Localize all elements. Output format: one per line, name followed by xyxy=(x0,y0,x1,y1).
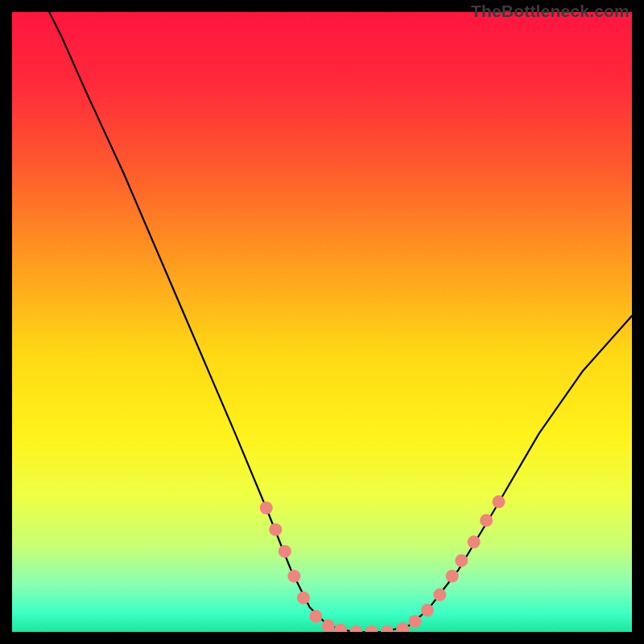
bottleneck-chart xyxy=(12,12,632,632)
highlight-dot xyxy=(492,495,505,508)
highlight-dot xyxy=(309,610,322,623)
highlight-dot xyxy=(297,592,310,605)
highlight-dot xyxy=(433,588,446,601)
highlight-dot xyxy=(409,615,422,628)
highlight-dot xyxy=(287,570,300,583)
highlight-dot xyxy=(421,604,434,617)
highlight-dot xyxy=(455,554,468,567)
gradient-background xyxy=(12,12,632,632)
attribution-label: TheBottleneck.com xyxy=(471,2,630,21)
highlight-dot xyxy=(260,502,273,514)
highlight-dot xyxy=(322,619,335,632)
highlight-dot xyxy=(468,535,481,548)
highlight-dot xyxy=(480,514,493,526)
highlight-dot xyxy=(446,570,459,583)
chart-frame xyxy=(12,12,632,632)
highlight-dot xyxy=(279,545,291,558)
highlight-dot xyxy=(269,523,282,536)
